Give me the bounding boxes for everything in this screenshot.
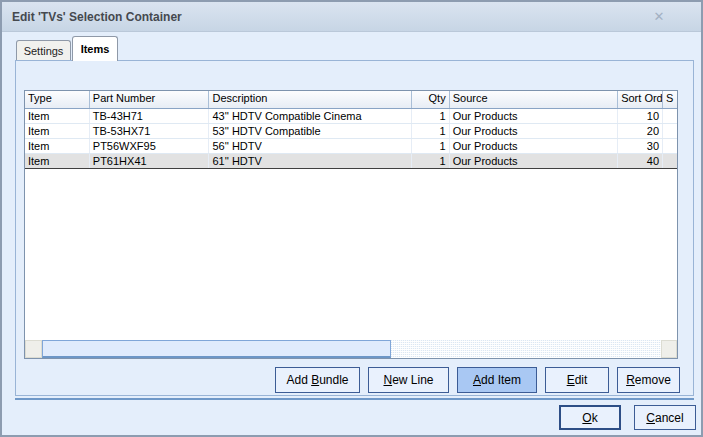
dialog-title: Edit 'TVs' Selection Container bbox=[12, 10, 182, 24]
items-tab-panel bbox=[15, 60, 694, 396]
tab-settings[interactable]: Settings bbox=[16, 40, 71, 60]
edit-selection-container-dialog: Edit 'TVs' Selection Container ✕ Setting… bbox=[0, 0, 703, 437]
footer-separator bbox=[15, 398, 694, 400]
tab-items-label: Items bbox=[81, 43, 110, 55]
cancel-button[interactable]: Cancel bbox=[634, 405, 696, 430]
tab-items[interactable]: Items bbox=[72, 36, 118, 61]
tab-settings-label: Settings bbox=[24, 45, 64, 57]
close-icon[interactable]: ✕ bbox=[651, 9, 667, 25]
ok-button[interactable]: Ok bbox=[559, 405, 621, 430]
title-bar[interactable]: Edit 'TVs' Selection Container bbox=[2, 2, 701, 32]
